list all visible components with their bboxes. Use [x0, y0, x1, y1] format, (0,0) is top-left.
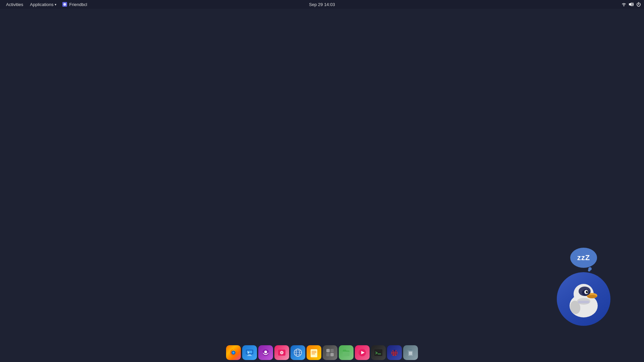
system-menu-icon[interactable]: [636, 2, 641, 7]
volume-icon[interactable]: [629, 2, 634, 7]
svg-rect-22: [247, 351, 252, 353]
svg-point-52: [395, 351, 397, 353]
svg-point-51: [392, 351, 393, 353]
svg-rect-43: [330, 353, 334, 356]
dock-item-podcast[interactable]: [258, 345, 273, 360]
dock-item-remote-desktop[interactable]: [242, 345, 257, 360]
active-window-indicator[interactable]: Friendbcl: [60, 2, 90, 7]
ddg-mascot-logo: [557, 272, 610, 326]
topbar-datetime[interactable]: Sep 29 14:03: [309, 2, 335, 7]
dock-item-browser[interactable]: [290, 345, 305, 360]
svg-rect-41: [330, 349, 334, 352]
dock-item-firefox[interactable]: [226, 345, 241, 360]
dock-item-photos[interactable]: [274, 345, 289, 360]
dock-item-trash[interactable]: [403, 345, 418, 360]
svg-rect-17: [578, 301, 589, 303]
svg-rect-40: [326, 349, 330, 352]
wifi-icon[interactable]: [621, 2, 627, 7]
dock-item-bugs[interactable]: [387, 345, 402, 360]
svg-point-13: [586, 291, 588, 293]
svg-rect-57: [408, 350, 414, 351]
svg-point-1: [624, 5, 624, 6]
topbar-right: [621, 2, 641, 7]
svg-point-10: [587, 295, 597, 298]
svg-rect-24: [247, 355, 252, 356]
dock-item-notes[interactable]: [307, 345, 321, 360]
svg-point-29: [281, 352, 283, 354]
tray-area: [621, 2, 641, 7]
svg-point-26: [264, 351, 267, 353]
dock-item-terminal[interactable]: [371, 345, 386, 360]
svg-point-54: [395, 353, 397, 355]
svg-point-20: [232, 352, 234, 354]
svg-marker-2: [629, 2, 632, 6]
svg-rect-58: [409, 349, 412, 350]
taskbar: [0, 345, 644, 362]
zzz-speech-bubble: zzZ: [570, 248, 597, 268]
dock-item-misc[interactable]: [323, 345, 337, 360]
svg-point-0: [63, 3, 66, 6]
ddg-mascot-container: zzZ: [557, 248, 610, 326]
svg-rect-42: [326, 353, 330, 356]
dock-item-play[interactable]: [355, 345, 370, 360]
topbar: Activities Applications ▾ Friendbcl Sep …: [0, 0, 644, 9]
dock-item-files[interactable]: [339, 345, 354, 360]
svg-point-14: [587, 291, 588, 292]
active-window-icon: [62, 2, 67, 7]
active-window-label: Friendbcl: [69, 2, 87, 7]
svg-rect-36: [311, 349, 317, 357]
applications-dropdown-icon: ▾: [55, 3, 56, 6]
svg-rect-23: [248, 354, 251, 355]
topbar-left: Activities Applications ▾ Friendbcl: [3, 0, 90, 9]
svg-point-53: [392, 353, 393, 355]
svg-rect-44: [343, 352, 350, 356]
applications-button[interactable]: Applications ▾: [26, 0, 60, 9]
svg-point-55: [393, 350, 395, 352]
desktop: zzZ: [0, 9, 644, 346]
svg-rect-47: [374, 349, 382, 356]
activities-button[interactable]: Activities: [3, 0, 26, 9]
